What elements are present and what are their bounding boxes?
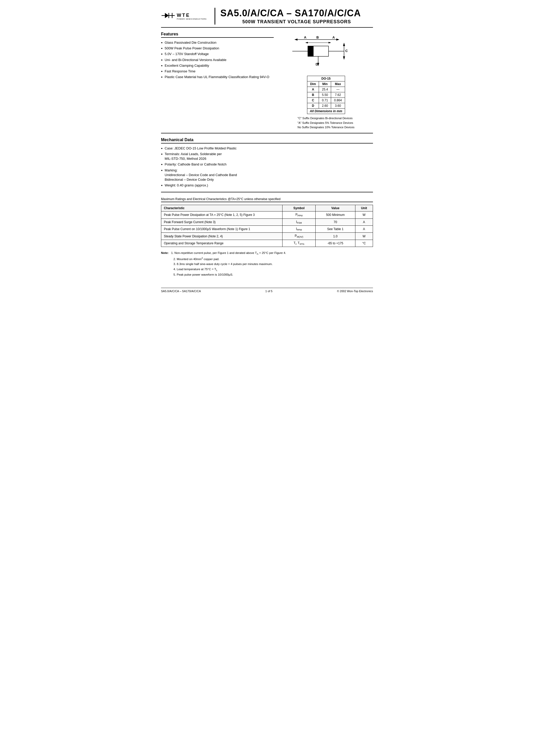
svg-text:B: B	[316, 36, 319, 39]
rating-unit-4: W	[355, 233, 373, 240]
note-5: 5. Peak pulse power waveform is 10/1000μ…	[174, 272, 373, 278]
feature-item-2: 500W Peak Pulse Power Dissipation	[161, 46, 274, 51]
svg-marker-25	[329, 42, 331, 43]
do15-row-a: A 25.4 —	[307, 87, 345, 92]
rating-sym-5: Ti, TSTG	[282, 240, 316, 247]
col-value: Value	[316, 205, 356, 211]
feature-item-5: Excellent Clamping Capability	[161, 63, 274, 68]
svg-marker-24	[305, 42, 308, 43]
feature-item-1: Glass Passivated Die Construction	[161, 40, 274, 45]
suffix-note-3: No Suffix Designates 10% Tolerance Devic…	[298, 125, 354, 130]
do15-row-b: B 5.50 7.62	[307, 92, 345, 98]
do15-col-max: Max	[331, 81, 345, 87]
package-diagram: A B A C D	[290, 32, 362, 73]
notes-section: Note: 1. Non-repetitive current pulse, p…	[161, 251, 373, 278]
svg-marker-11	[294, 39, 298, 40]
rating-val-3: See Table 1	[316, 226, 356, 233]
mech-item-4: Marking:Unidirectional – Device Code and…	[161, 168, 373, 182]
rating-row-2: Peak Forward Surge Current (Note 3) IFSM…	[161, 219, 373, 226]
features-col: Features Glass Passivated Die Constructi…	[161, 32, 274, 130]
svg-marker-12	[336, 39, 339, 40]
rating-sym-4: PM(AV)	[282, 233, 316, 240]
svg-rect-8	[308, 46, 313, 56]
rating-char-1: Peak Pulse Power Dissipation at TA = 25°…	[161, 211, 282, 219]
title-area: SA5.0/A/C/CA – SA170/A/C/CA 500W TRANSIE…	[215, 8, 373, 25]
feature-item-6: Fast Response Time	[161, 69, 274, 74]
rating-char-2: Peak Forward Surge Current (Note 3)	[161, 219, 282, 226]
note-4: 4. Lead temperature at 75°C = TL	[174, 267, 373, 273]
rating-unit-5: °C	[355, 240, 373, 247]
col-symbol: Symbol	[282, 205, 316, 211]
features-list: Glass Passivated Die Construction 500W P…	[161, 40, 274, 79]
rating-sym-3: IPPM	[282, 226, 316, 233]
rating-val-4: 1.0	[316, 233, 356, 240]
footer-right: © 2002 Won-Top Electronics	[337, 289, 373, 293]
rating-row-3: Peak Pulse Current on 10/1000μS Waveform…	[161, 226, 373, 233]
svg-marker-1	[165, 13, 169, 18]
ratings-table: Characteristic Symbol Value Unit Peak Pu…	[161, 205, 373, 247]
rating-unit-2: A	[355, 219, 373, 226]
suffix-note-1: "C" Suffix Designates Bi-directional Dev…	[298, 116, 354, 121]
svg-marker-18	[343, 56, 345, 60]
do15-label: DO-15	[307, 76, 345, 81]
logo-wte: WTE	[177, 13, 207, 18]
col-char: Characteristic	[161, 205, 282, 211]
page-footer: SA5.0/A/C/CA – SA170/A/C/CA 1 of 5 © 200…	[161, 288, 373, 293]
mechanical-section: Mechanical Data Case: JEDEC DO-15 Low Pr…	[161, 138, 373, 189]
mech-item-1: Case: JEDEC DO-15 Low Profile Molded Pla…	[161, 146, 373, 151]
logo-text: WTE POWER SEMICONDUCTORS	[177, 13, 207, 20]
rating-val-5: -65 to +175	[316, 240, 356, 247]
mechanical-list: Case: JEDEC DO-15 Low Profile Molded Pla…	[161, 146, 373, 188]
rating-char-4: Steady State Power Dissipation (Note 2, …	[161, 233, 282, 240]
mechanical-title: Mechanical Data	[161, 138, 373, 144]
logo-sub: POWER SEMICONDUCTORS	[177, 18, 207, 20]
main-title: SA5.0/A/C/CA – SA170/A/C/CA	[221, 8, 373, 19]
svg-text:A: A	[333, 36, 335, 39]
mech-item-5: Weight: 0.40 grams (approx.)	[161, 183, 373, 188]
page-header: WTE POWER SEMICONDUCTORS SA5.0/A/C/CA – …	[161, 8, 373, 25]
feature-item-4: Uni- and Bi-Directional Versions Availab…	[161, 58, 274, 62]
footer-left: SA5.0/A/C/CA – SA170/A/C/CA	[161, 289, 201, 293]
suffix-notes: "C" Suffix Designates Bi-directional Dev…	[298, 116, 354, 130]
do15-col-dim: Dim	[307, 81, 319, 87]
notes-intro: Note: 1. Non-repetitive current pulse, p…	[161, 251, 373, 256]
rating-char-5: Operating and Storage Temperature Range	[161, 240, 282, 247]
do15-footer: All Dimensions in mm	[307, 109, 345, 114]
ratings-title: Maximum Ratings and Electrical Character…	[161, 197, 373, 202]
do15-row-c: C 0.71 0.864	[307, 98, 345, 103]
do15-table: DO-15 Dim Min Max A 25.4 — B 5.50 7.62 C…	[307, 76, 345, 114]
rating-row-1: Peak Pulse Power Dissipation at TA = 25°…	[161, 211, 373, 219]
mech-item-3: Polarity: Cathode Band or Cathode Notch	[161, 162, 373, 167]
do15-col-min: Min	[319, 81, 331, 87]
rating-sym-2: IFSM	[282, 219, 316, 226]
mech-item-2: Terminals: Axial Leads, Solderable perMI…	[161, 152, 373, 161]
features-section: Features Glass Passivated Die Constructi…	[161, 32, 373, 130]
mechanical-col: Mechanical Data Case: JEDEC DO-15 Low Pr…	[161, 138, 373, 189]
features-title: Features	[161, 32, 274, 38]
logo-area: WTE POWER SEMICONDUCTORS	[161, 9, 207, 23]
feature-item-7: Plastic Case Material has UL Flammabilit…	[161, 75, 274, 79]
footer-center: 1 of 5	[265, 289, 273, 293]
feature-item-3: 5.0V – 170V Standoff Voltage	[161, 52, 274, 56]
rating-char-3: Peak Pulse Current on 10/1000μS Waveform…	[161, 226, 282, 233]
ratings-section: Maximum Ratings and Electrical Character…	[161, 197, 373, 247]
diagram-col: A B A C D DO-15 Di	[279, 32, 373, 130]
ratings-condition: @TA=25°C unless otherwise specified	[228, 197, 280, 201]
rating-sym-1: PPPM	[282, 211, 316, 219]
logo-icon	[161, 9, 175, 23]
rating-row-5: Operating and Storage Temperature Range …	[161, 240, 373, 247]
rating-unit-3: A	[355, 226, 373, 233]
note-3: 3. 8.3ms single half sine-wave duty cycl…	[174, 262, 373, 267]
rating-val-1: 500 Minimum	[316, 211, 356, 219]
do15-row-d: D 2.60 3.60	[307, 103, 345, 109]
rating-unit-1: W	[355, 211, 373, 219]
svg-marker-19	[343, 43, 345, 46]
svg-text:A: A	[304, 36, 307, 39]
svg-text:C: C	[345, 49, 348, 53]
rating-row-4: Steady State Power Dissipation (Note 2, …	[161, 233, 373, 240]
col-unit: Unit	[355, 205, 373, 211]
note-2: 2. Mounted on 40mm2 copper pad.	[174, 256, 373, 262]
subtitle: 500W TRANSIENT VOLTAGE SUPPRESSORS	[221, 19, 373, 25]
rating-val-2: 70	[316, 219, 356, 226]
suffix-note-2: "A" Suffix Designates 5% Tolerance Devic…	[298, 121, 354, 125]
